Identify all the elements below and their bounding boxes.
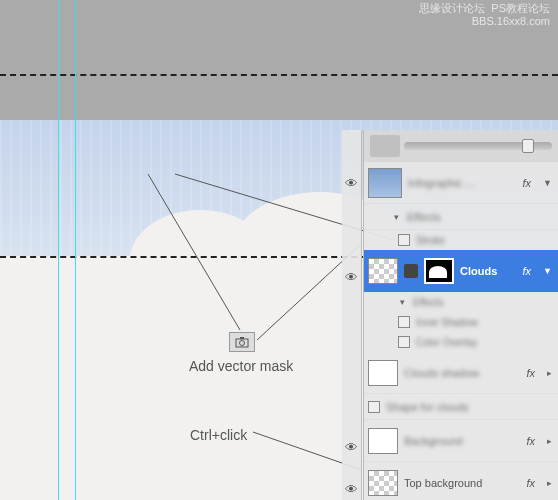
effect-inner-shadow[interactable]: Inner Shadow: [364, 312, 558, 332]
fx-badge[interactable]: fx: [523, 177, 536, 189]
add-vector-mask-button[interactable]: [229, 332, 255, 352]
fx-badge[interactable]: fx: [526, 435, 539, 447]
checkbox-icon[interactable]: [398, 234, 410, 246]
eye-icon[interactable]: 👁: [342, 426, 361, 468]
svg-point-1: [240, 341, 245, 346]
layer-thumb: [368, 428, 398, 454]
watermark: 思缘设计论坛 PS教程论坛 BBS.16xx8.com: [419, 2, 550, 28]
layer-label: Clouds shadow: [404, 367, 520, 379]
opacity-slider[interactable]: [404, 142, 552, 150]
effect-stroke[interactable]: Stroke: [364, 230, 558, 250]
camera-icon: [235, 336, 249, 348]
eye-icon[interactable]: 👁: [342, 256, 361, 298]
panel-tab[interactable]: [370, 135, 400, 157]
chevron-down-icon[interactable]: ▼: [541, 266, 554, 276]
effect-color-overlay[interactable]: Color Overlay: [364, 332, 558, 352]
layer-label: Infographic ...: [408, 177, 517, 189]
layer-clouds[interactable]: Clouds fx ▼: [364, 250, 558, 292]
layer-clouds-shadow[interactable]: Clouds shadow fx ▸: [364, 352, 558, 394]
layer-shape-clouds[interactable]: Shape for clouds: [364, 394, 558, 420]
cloud-shape: [90, 200, 370, 280]
fx-badge[interactable]: fx: [526, 367, 539, 379]
chevron-right-icon[interactable]: ▸: [545, 478, 554, 488]
checkbox-icon[interactable]: [398, 316, 410, 328]
layer-label: Clouds: [460, 265, 517, 277]
panel-header: [364, 130, 558, 162]
layer-infographic[interactable]: Infographic ... fx ▼: [364, 162, 558, 204]
visibility-column: 👁 👁 👁 👁: [342, 130, 362, 500]
layer-thumb: [368, 470, 398, 496]
checkbox-icon[interactable]: [368, 401, 380, 413]
layer-thumb: [368, 168, 402, 198]
chevron-down-icon[interactable]: ▼: [541, 178, 554, 188]
fx-badge[interactable]: fx: [526, 477, 539, 489]
layer-label: Shape for clouds: [386, 401, 554, 413]
slice-line-top: [0, 74, 558, 76]
eye-icon[interactable]: 👁: [342, 162, 361, 204]
chevron-down-icon: ▾: [398, 297, 407, 307]
layer-label: Background: [404, 435, 520, 447]
chevron-right-icon[interactable]: ▸: [545, 436, 554, 446]
eye-icon[interactable]: 👁: [342, 468, 361, 500]
chevron-right-icon[interactable]: ▸: [545, 368, 554, 378]
effects-row[interactable]: ▾ Effects: [364, 204, 558, 230]
slider-knob[interactable]: [522, 139, 534, 153]
fx-badge[interactable]: fx: [523, 265, 536, 277]
canvas-area: 思缘设计论坛 PS教程论坛 BBS.16xx8.com Add vector m…: [0, 0, 558, 500]
checkbox-icon[interactable]: [398, 336, 410, 348]
svg-rect-2: [240, 337, 244, 339]
layer-top-background[interactable]: Top background fx ▸: [364, 462, 558, 500]
mask-link-icon[interactable]: [404, 264, 418, 278]
vector-mask-thumb[interactable]: [424, 258, 454, 284]
layer-background[interactable]: Background fx ▸: [364, 420, 558, 462]
guide-vertical-1[interactable]: [58, 0, 59, 500]
annotation-add-mask: Add vector mask: [189, 358, 293, 374]
layer-thumb: [368, 360, 398, 386]
layers-panel[interactable]: 👁 👁 👁 👁 Infographic ... fx ▼ ▾ Effects: [363, 130, 558, 500]
layer-thumb: [368, 258, 398, 284]
chevron-down-icon: ▾: [392, 212, 401, 222]
guide-vertical-2[interactable]: [75, 0, 76, 500]
layer-label: Top background: [404, 477, 520, 489]
annotation-ctrl-click: Ctrl+click: [190, 427, 247, 443]
effects-row[interactable]: ▾ Effects: [364, 292, 558, 312]
